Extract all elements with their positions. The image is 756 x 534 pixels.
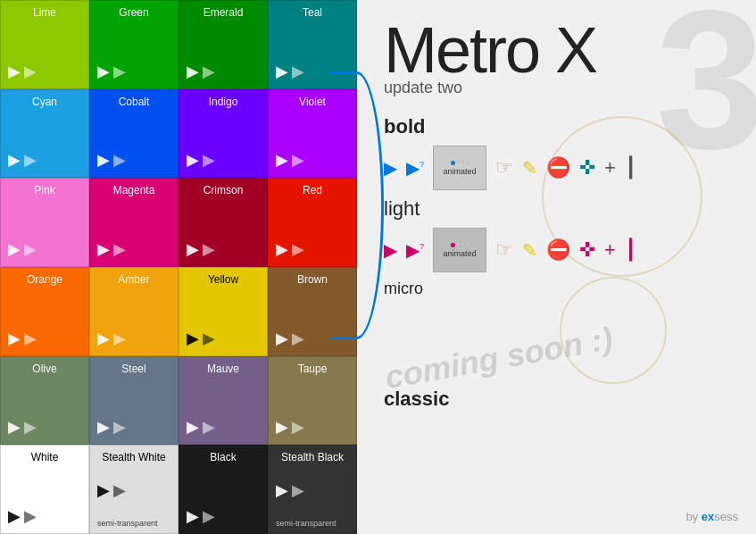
color-tile-brown[interactable]: Brown▶▶ — [268, 267, 357, 356]
tile-cursor-1: ▶ — [8, 152, 21, 168]
color-tile-taupe[interactable]: Taupe▶▶ — [268, 356, 357, 446]
tile-cursor-1: ▶ — [97, 482, 110, 498]
light-cursor-blocked[interactable]: ⛔ — [546, 238, 570, 262]
color-tile-indigo[interactable]: Indigo▶▶ — [179, 89, 268, 179]
tile-label: Crimson — [187, 184, 260, 196]
tile-cursor-1: ▶ — [8, 63, 21, 79]
right-panel: 3 Metro X update two bold ▶ ▶? animated … — [357, 0, 756, 534]
tile-label: Green — [97, 6, 170, 19]
light-cursor-ibeam[interactable]: ┃ — [625, 238, 636, 262]
tile-cursor-1: ▶ — [97, 152, 110, 168]
bold-cursor-pen[interactable]: ✎ — [522, 157, 537, 179]
tile-label: Brown — [276, 273, 349, 286]
tile-note: semi-transparent — [97, 519, 158, 528]
exsess-highlight: ex — [702, 510, 714, 523]
tile-cursor-2: ▶ — [292, 63, 304, 79]
bold-cursor-normal[interactable]: ▶ — [384, 157, 397, 179]
light-cursor-hand[interactable]: ☞ — [495, 238, 513, 262]
tile-cursor-1: ▶ — [97, 63, 110, 79]
tile-cursor-1: ▶ — [8, 419, 21, 435]
app-title: Metro X — [384, 18, 729, 82]
tile-label: Emerald — [187, 6, 260, 19]
tile-cursor-2: ▶ — [203, 241, 215, 257]
tile-cursor-2: ▶ — [24, 152, 37, 168]
tile-cursor-2: ▶ — [292, 330, 304, 346]
tile-label: Teal — [276, 6, 349, 19]
animated-label-light: animated — [444, 249, 477, 258]
tile-cursor-2: ▶ — [292, 241, 304, 257]
tile-cursor-1: ▶ — [187, 419, 199, 435]
tile-label: Steel — [97, 363, 170, 375]
bold-cursor-help[interactable]: ▶? — [406, 157, 424, 179]
tile-label: Black — [187, 451, 260, 463]
tile-label: Orange — [8, 273, 81, 286]
bold-cursor-ibeam[interactable]: ┃ — [625, 156, 636, 179]
tile-label: Magenta — [97, 184, 170, 196]
color-tile-emerald[interactable]: Emerald▶▶ — [179, 0, 268, 89]
light-cursor-animated[interactable]: animated — [433, 228, 486, 272]
light-cursor-plus[interactable]: + — [604, 238, 616, 262]
tile-cursor-1: ▶ — [8, 508, 21, 524]
bold-cursor-plus[interactable]: + — [604, 156, 616, 179]
section-bold-label: bold — [384, 115, 729, 138]
tile-label: Indigo — [187, 96, 260, 108]
coming-soon-text: coming soon :) — [382, 320, 615, 396]
tile-cursor-2: ▶ — [113, 241, 126, 257]
color-tile-green[interactable]: Green▶▶ — [89, 0, 179, 89]
tile-cursor-1: ▶ — [97, 419, 110, 435]
color-grid: Lime▶▶Green▶▶Emerald▶▶Teal▶▶Cyan▶▶Cobalt… — [0, 0, 357, 534]
color-tile-orange[interactable]: Orange▶▶ — [0, 267, 89, 356]
color-tile-yellow[interactable]: Yellow▶▶ — [179, 267, 268, 356]
light-cursor-help[interactable]: ▶? — [406, 239, 424, 261]
color-tile-crimson[interactable]: Crimson▶▶ — [179, 178, 268, 267]
tile-cursor-2: ▶ — [292, 152, 304, 168]
color-tile-stealth-black[interactable]: Stealth Black▶▶semi-transparent — [268, 445, 357, 534]
light-cursor-row: ▶ ▶? animated ☞ ✎ ⛔ ✜ + ┃ — [384, 228, 729, 272]
tile-cursor-2: ▶ — [24, 63, 37, 79]
tile-cursor-1: ▶ — [187, 508, 199, 524]
tile-cursor-2: ▶ — [203, 419, 215, 435]
color-tile-white[interactable]: White▶▶ — [0, 445, 89, 534]
light-cursor-pen[interactable]: ✎ — [522, 239, 537, 261]
color-tile-cobalt[interactable]: Cobalt▶▶ — [89, 89, 179, 179]
tile-cursor-1: ▶ — [97, 330, 110, 346]
color-tile-teal[interactable]: Teal▶▶ — [268, 0, 357, 89]
tile-cursor-2: ▶ — [203, 508, 215, 524]
color-tile-steel[interactable]: Steel▶▶ — [89, 356, 179, 446]
tile-cursor-2: ▶ — [113, 152, 126, 168]
color-tile-black[interactable]: Black▶▶ — [179, 445, 268, 534]
tile-cursor-2: ▶ — [24, 508, 37, 524]
color-tile-olive[interactable]: Olive▶▶ — [0, 356, 89, 446]
bold-cursor-hand[interactable]: ☞ — [495, 156, 513, 179]
tile-cursor-1: ▶ — [276, 482, 288, 498]
light-cursor-normal[interactable]: ▶ — [384, 239, 397, 261]
tile-cursor-2: ▶ — [292, 482, 304, 498]
color-tile-magenta[interactable]: Magenta▶▶ — [89, 178, 179, 267]
color-tile-cyan[interactable]: Cyan▶▶ — [0, 89, 89, 179]
color-tile-lime[interactable]: Lime▶▶ — [0, 0, 89, 89]
bold-cursor-row: ▶ ▶? animated ☞ ✎ ⛔ ✜ + ┃ — [384, 146, 729, 190]
bold-cursor-blocked[interactable]: ⛔ — [546, 156, 570, 179]
bold-cursor-animated[interactable]: animated — [433, 146, 486, 190]
color-tile-red[interactable]: Red▶▶ — [268, 178, 357, 267]
light-cursor-move[interactable]: ✜ — [579, 238, 595, 262]
tile-label: Amber — [97, 273, 170, 286]
tile-cursor-1: ▶ — [187, 330, 199, 346]
tile-cursor-2: ▶ — [203, 152, 215, 168]
tile-cursor-2: ▶ — [113, 419, 126, 435]
tile-cursor-1: ▶ — [187, 152, 199, 168]
color-tile-mauve[interactable]: Mauve▶▶ — [179, 356, 268, 446]
section-light-label: light — [384, 197, 729, 221]
tile-label: Stealth White — [97, 451, 170, 463]
bold-cursor-move[interactable]: ✜ — [579, 156, 595, 179]
color-tile-stealth-white[interactable]: Stealth White▶▶semi-transparent — [89, 445, 179, 534]
color-tile-amber[interactable]: Amber▶▶ — [89, 267, 179, 356]
tile-cursor-1: ▶ — [276, 419, 288, 435]
tile-cursor-2: ▶ — [24, 241, 37, 257]
tile-cursor-1: ▶ — [8, 241, 21, 257]
section-micro-label: micro — [384, 280, 729, 298]
color-tile-violet[interactable]: Violet▶▶ — [268, 89, 357, 179]
color-tile-pink[interactable]: Pink▶▶ — [0, 178, 89, 267]
tile-label: Taupe — [276, 363, 349, 375]
tile-label: Violet — [276, 96, 349, 108]
